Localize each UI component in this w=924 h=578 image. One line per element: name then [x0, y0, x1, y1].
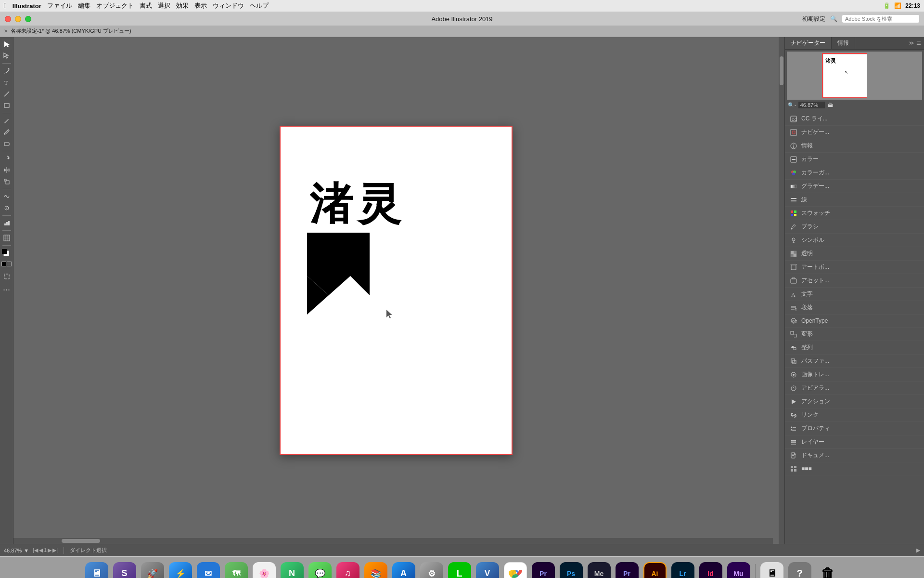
dock-indesign[interactable]: Id	[698, 561, 723, 578]
panel-item-document[interactable]: ドキュメ...	[785, 449, 924, 462]
panel-item-color[interactable]: カラー	[785, 153, 924, 166]
dock-maps[interactable]: 🗺	[224, 561, 249, 578]
panel-item-info[interactable]: i 情報	[785, 139, 924, 153]
tab-label[interactable]: 名称未設定-1* @ 46.87% (CMYK/GPU プレビュー)	[11, 27, 131, 35]
dock-premiere[interactable]: Pr	[531, 561, 556, 578]
apple-menu[interactable]: 	[4, 1, 7, 10]
navigator-preview[interactable]: 渚灵 ↖	[787, 52, 922, 100]
menu-view[interactable]: 表示	[194, 1, 207, 10]
panel-item-properties[interactable]: プロパティ	[785, 422, 924, 435]
paintbrush-tool[interactable]	[1, 115, 12, 126]
dock-messages[interactable]: 💬	[308, 561, 333, 578]
menu-edit[interactable]: 編集	[78, 1, 90, 10]
dock-system-prefs[interactable]: ⚙	[419, 561, 444, 578]
panel-item-image-trace[interactable]: 画像トレ...	[785, 368, 924, 381]
mirror-tool[interactable]	[1, 165, 12, 175]
panel-item-brush[interactable]: ブラシ	[785, 220, 924, 234]
scale-tool[interactable]	[1, 176, 12, 187]
zoom-in-icon[interactable]: 🏔	[828, 102, 833, 108]
dock-numbers[interactable]: N	[280, 561, 305, 578]
panel-item-appearance[interactable]: アピアラ...	[785, 381, 924, 395]
navigate-forward-icon[interactable]: ▶	[916, 547, 920, 553]
panel-expand-icon[interactable]: ≫	[909, 40, 914, 46]
panel-item-gradient[interactable]: グラデー...	[785, 180, 924, 193]
dock-books[interactable]: 📚	[363, 561, 388, 578]
dock-siri[interactable]: S	[112, 561, 137, 578]
dock-illustrator[interactable]: Ai	[642, 561, 667, 578]
fill-swatch[interactable]	[1, 262, 6, 266]
zoom-input[interactable]	[798, 102, 825, 108]
navigator-tab[interactable]: ナビゲーター	[785, 37, 832, 49]
dock-appstore[interactable]: A	[391, 561, 416, 578]
rotate-tool[interactable]	[1, 153, 12, 164]
menu-effects[interactable]: 効果	[176, 1, 189, 10]
menu-format[interactable]: 書式	[140, 1, 152, 10]
column-graph-tool[interactable]	[1, 218, 12, 228]
artboard[interactable]: 渚灵	[280, 126, 513, 455]
dock-muse[interactable]: Mu	[726, 561, 751, 578]
panel-item-assets[interactable]: アセット...	[785, 274, 924, 288]
panel-item-stroke[interactable]: 線	[785, 193, 924, 207]
dock-trash[interactable]: 🗑	[815, 561, 840, 578]
panel-menu-icon[interactable]: ☰	[916, 40, 921, 46]
prev-page-start[interactable]: |◀	[33, 547, 38, 553]
h-scrollbar-thumb[interactable]	[62, 539, 100, 543]
minimize-button[interactable]	[15, 16, 21, 22]
panel-item-swatches[interactable]: スウォッチ	[785, 207, 924, 220]
v-scrollbar[interactable]	[779, 37, 784, 544]
tab-close-button[interactable]: ✕	[4, 28, 8, 34]
v-scrollbar-thumb[interactable]	[780, 56, 783, 85]
warp-tool[interactable]	[1, 191, 12, 202]
selection-tool[interactable]	[1, 39, 12, 50]
dock-line[interactable]: L	[447, 561, 472, 578]
panel-item-pathfinder[interactable]: パスファ...	[785, 355, 924, 368]
dock-photos[interactable]: 🌸	[252, 561, 277, 578]
dock-finder[interactable]: 🖥	[84, 561, 109, 578]
direct-selection-tool[interactable]	[1, 51, 12, 61]
stock-search-input[interactable]	[842, 15, 919, 23]
dock-music[interactable]: ♫	[335, 561, 360, 578]
panel-item-misc[interactable]: ■■■	[785, 462, 924, 475]
panel-item-links[interactable]: リンク	[785, 408, 924, 422]
h-scrollbar[interactable]	[13, 538, 773, 544]
zoom-value-display[interactable]: 46.87%	[4, 548, 22, 553]
rectangle-tool[interactable]	[1, 100, 12, 111]
panel-item-paragraph[interactable]: ¶ 段落	[785, 301, 924, 315]
panel-item-cc-library[interactable]: CC CC ライ...	[785, 112, 924, 126]
panel-item-symbols[interactable]: シンボル	[785, 234, 924, 247]
color-swatches[interactable]	[1, 249, 12, 259]
prev-page[interactable]: ◀	[39, 547, 43, 553]
maximize-button[interactable]	[25, 16, 31, 22]
next-page[interactable]: ▶	[48, 547, 51, 553]
menu-window[interactable]: ウィンドウ	[213, 1, 244, 10]
panel-item-character[interactable]: A 文字	[785, 288, 924, 301]
zoom-dropdown-icon[interactable]: ▼	[24, 548, 29, 553]
dock-media-encoder[interactable]: Me	[587, 561, 612, 578]
panel-item-transparency[interactable]: 透明	[785, 247, 924, 261]
symbol-spray-tool[interactable]	[1, 203, 12, 213]
menu-file[interactable]: ファイル	[47, 1, 72, 10]
app-name[interactable]: Illustrator	[13, 2, 41, 10]
pencil-tool[interactable]	[1, 127, 12, 137]
panel-item-actions[interactable]: アクション	[785, 395, 924, 408]
menu-help[interactable]: ヘルプ	[250, 1, 269, 10]
line-tool[interactable]	[1, 89, 12, 99]
pen-tool[interactable]	[1, 66, 12, 76]
dock-mail[interactable]: ✉	[196, 561, 221, 578]
dock-vpn[interactable]: V	[475, 561, 500, 578]
workspace-label[interactable]: 初期設定	[802, 15, 825, 23]
mesh-tool[interactable]	[1, 233, 12, 243]
artboard-tool[interactable]	[1, 271, 12, 282]
panel-item-color-guide[interactable]: カラーガ...	[785, 166, 924, 180]
more-tools[interactable]: ···	[0, 285, 13, 295]
panel-item-layers[interactable]: レイヤー	[785, 435, 924, 449]
dock-launchpad[interactable]: 🚀	[140, 561, 165, 578]
info-tab[interactable]: 情報	[832, 37, 855, 49]
dock-photoshop[interactable]: Ps	[559, 561, 584, 578]
dock-premiere2[interactable]: Pr	[615, 561, 640, 578]
menu-object[interactable]: オブジェクト	[96, 1, 134, 10]
dock-chrome[interactable]	[503, 561, 528, 578]
stroke-swatch[interactable]	[7, 262, 12, 266]
menu-select[interactable]: 選択	[158, 1, 170, 10]
panel-item-opentype[interactable]: OT OpenType	[785, 315, 924, 328]
